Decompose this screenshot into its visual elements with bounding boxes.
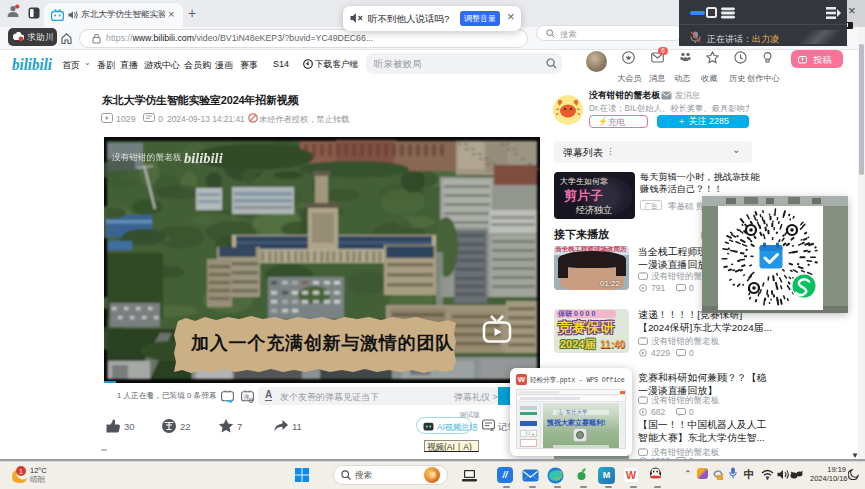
svg-text:1: 1 <box>19 468 23 475</box>
svg-text:加入一个充满创新与激情的团队: 加入一个充满创新与激情的团队 <box>190 333 454 353</box>
svg-text:bilibili: bilibili <box>184 150 223 166</box>
svg-text:bilibili: bilibili <box>12 56 53 73</box>
svg-text:没有钳钳的蟹老板: 没有钳钳的蟹老板 <box>112 152 182 162</box>
